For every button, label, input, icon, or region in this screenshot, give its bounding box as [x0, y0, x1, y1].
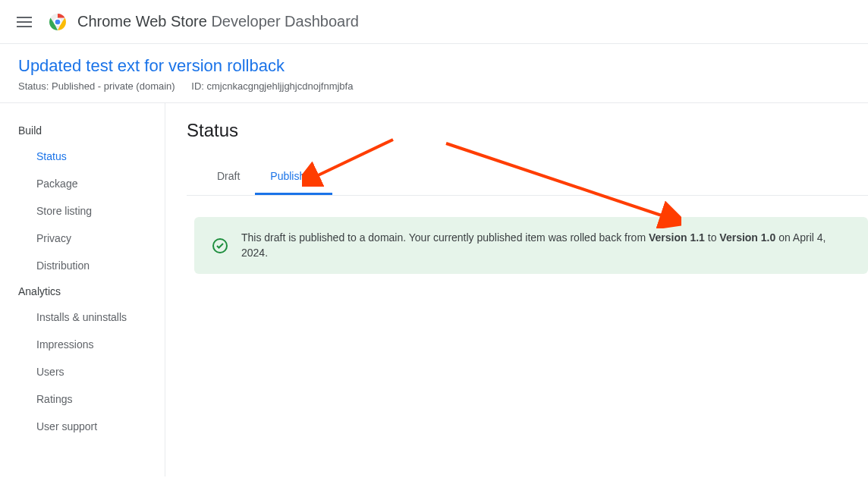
sidebar-item-store-listing[interactable]: Store listing [0, 197, 165, 225]
tabs: Draft Published [187, 159, 868, 196]
check-circle-icon [212, 238, 228, 253]
extension-meta: Status: Published - private (domain) ID:… [18, 80, 850, 92]
sidebar-item-users[interactable]: Users [0, 358, 165, 385]
brand-title: Chrome Web Store Developer Dashboard [77, 13, 359, 30]
sidebar-item-privacy[interactable]: Privacy [0, 225, 165, 252]
topbar: Chrome Web Store Developer Dashboard [0, 0, 868, 44]
tab-draft[interactable]: Draft [202, 159, 255, 195]
sidebar-item-installs[interactable]: Installs & uninstalls [0, 303, 165, 331]
status-label: Status: Published - private (domain) [18, 80, 175, 92]
sidebar-item-ratings[interactable]: Ratings [0, 385, 165, 413]
notice-pre: This draft is published to a domain. You… [241, 231, 649, 244]
menu-icon[interactable] [15, 13, 33, 31]
sidebar-section-build: Build [0, 118, 165, 143]
sidebar-item-package[interactable]: Package [0, 170, 165, 197]
sidebar-item-distribution[interactable]: Distribution [0, 252, 165, 279]
sidebar-item-user-support[interactable]: User support [0, 413, 165, 440]
status-notice: This draft is published to a domain. You… [194, 217, 868, 274]
sidebar-section-analytics: Analytics [0, 279, 165, 303]
svg-point-4 [55, 19, 61, 24]
tab-published[interactable]: Published [255, 159, 332, 195]
notice-version-to: Version 1.0 [719, 231, 775, 244]
notice-version-from: Version 1.1 [649, 231, 705, 244]
sidebar: Build Status Package Store listing Priva… [0, 103, 165, 476]
content: Status Draft Published This draft is pub… [165, 103, 868, 476]
extension-title[interactable]: Updated test ext for version rollback [18, 56, 850, 76]
sidebar-item-status[interactable]: Status [0, 143, 165, 170]
brand-strong: Chrome Web Store [77, 13, 207, 30]
id-label: ID: cmjcnkacgngjehljjghjcdnojfnmjbfa [191, 80, 353, 92]
notice-text: This draft is published to a domain. You… [241, 231, 850, 260]
notice-mid: to [705, 231, 719, 244]
chrome-logo-icon [49, 13, 67, 31]
subheader: Updated test ext for version rollback St… [0, 44, 868, 103]
page-title: Status [187, 120, 868, 141]
sidebar-item-impressions[interactable]: Impressions [0, 331, 165, 358]
brand-light: Developer Dashboard [211, 13, 359, 30]
